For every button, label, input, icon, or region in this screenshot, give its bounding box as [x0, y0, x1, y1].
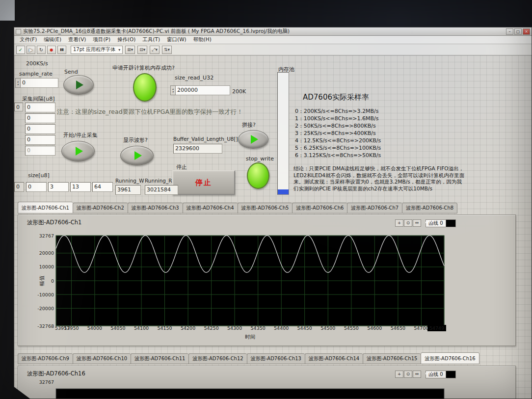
svg-text:0: 0	[51, 278, 54, 284]
check-icon[interactable]: ✓	[16, 46, 25, 54]
svg-text:54050: 54050	[110, 325, 125, 331]
increment-decrement-icon[interactable]: ▴▾	[15, 78, 21, 88]
close-button[interactable]: ×	[523, 28, 530, 35]
svg-text:54300: 54300	[227, 325, 242, 331]
minimize-button[interactable]: –	[506, 28, 513, 35]
monitor-bezel-left	[0, 27, 14, 399]
svg-text:54200: 54200	[181, 325, 195, 331]
pause-button[interactable]: ▮▮	[57, 46, 66, 54]
start-stop-button[interactable]	[61, 141, 95, 161]
align-dropdown[interactable]: ⊞▾	[125, 46, 135, 54]
size-read-value[interactable]: 200000	[176, 85, 230, 95]
show-wave-button[interactable]	[120, 146, 154, 165]
reorder-dropdown[interactable]: ⇅▾	[162, 46, 172, 54]
tab-波形图-AD7606-Ch1[interactable]: 波形图-AD7606-Ch1	[18, 202, 73, 213]
labview-window: 实验75.2-PCIe_DMA_16位8通道数据采集卡(AD7606C)-PC.…	[14, 27, 532, 399]
splice-button[interactable]	[238, 130, 268, 149]
maximize-button[interactable]: ▢	[514, 28, 522, 35]
running-w-label: Running_W	[115, 178, 144, 184]
tab-row-ch9-16: 波形图-AD7606-Ch9波形图-AD7606-Ch10波形图-AD7606-…	[18, 353, 479, 364]
vi-icon	[16, 29, 21, 34]
interval-index[interactable]: 0	[14, 103, 23, 111]
sample-rate-label: sample_rate	[19, 71, 53, 77]
menu-item[interactable]: 窗口(W)	[163, 36, 190, 44]
array-element[interactable]: 64	[92, 182, 113, 192]
mem-pool-tank	[277, 72, 289, 195]
monitor-photo: 实验75.2-PCIe_DMA_16位8通道数据采集卡(AD7606C)-PC.…	[0, 0, 532, 399]
tab-波形图-AD7606-Ch8[interactable]: 波形图-AD7606-Ch8	[402, 203, 457, 213]
rate-row: 6 : 3.125KS/s<=8Chs=>50KB/s	[295, 152, 381, 159]
tab-波形图-AD7606-Ch11[interactable]: 波形图-AD7606-Ch11	[131, 353, 188, 364]
stop-button[interactable]: 停止	[172, 170, 235, 195]
abort-button[interactable]: ●	[47, 46, 56, 54]
sample-rate-input[interactable]: ▴▾ 0	[15, 78, 58, 88]
svg-text:54000: 54000	[87, 325, 102, 331]
tab-波形图-AD7606-Ch9[interactable]: 波形图-AD7606-Ch9	[18, 353, 73, 364]
tab-波形图-AD7606-Ch2[interactable]: 波形图-AD7606-Ch2	[73, 203, 128, 213]
notice-text: 注意：这里的size_read要跟下位机FPGA里面的数字保持一致才行！	[57, 108, 243, 116]
tab-波形图-AD7606-Ch12[interactable]: 波形图-AD7606-Ch12	[188, 353, 246, 364]
array-element[interactable]: 0	[25, 146, 55, 156]
window-title: 实验75.2-PCIe_DMA_16位8通道数据采集卡(AD7606C)-PC.…	[23, 28, 506, 35]
send-button[interactable]	[63, 75, 94, 95]
size-read-input[interactable]: ▴▾ 200000	[170, 85, 230, 95]
tab-波形图-AD7606-Ch7[interactable]: 波形图-AD7606-Ch7	[347, 203, 402, 213]
size-read-unit-hint: 200K	[232, 88, 246, 95]
svg-text:54700: 54700	[414, 325, 428, 331]
arrow-right-icon	[134, 151, 142, 160]
tab-波形图-AD7606-Ch16[interactable]: 波形图-AD7606-Ch16	[421, 352, 479, 364]
tab-波形图-AD7606-Ch5[interactable]: 波形图-AD7606-Ch5	[238, 203, 293, 213]
array-element[interactable]: 0	[25, 135, 55, 145]
font-selector[interactable]: 17pt 应用程序字体 ▾	[71, 46, 123, 54]
tab-波形图-AD7606-Ch15[interactable]: 波形图-AD7606-Ch15	[363, 353, 421, 364]
tab-波形图-AD7606-Ch14[interactable]: 波形图-AD7606-Ch14	[305, 353, 363, 364]
rate-row: 3 : 25KS/s<=8Chs=>400KB/s	[295, 130, 381, 137]
svg-text:54550: 54550	[344, 325, 359, 331]
menu-item[interactable]: 查看(V)	[65, 36, 89, 44]
array-element[interactable]: 0	[25, 113, 55, 123]
svg-text:54450: 54450	[297, 325, 312, 331]
array-element[interactable]: 0	[25, 124, 55, 134]
svg-text:54350: 54350	[251, 325, 266, 331]
splice-label: 拼接?	[242, 121, 256, 129]
array-element[interactable]: 3	[48, 182, 69, 192]
sample-rate-value[interactable]: 0	[21, 78, 58, 88]
run-continuous-button[interactable]: ↻	[37, 46, 46, 54]
sample-rate-hint: 200KS/s	[26, 60, 48, 67]
svg-text:54500: 54500	[320, 325, 335, 331]
tab-波形图-AD7606-Ch10[interactable]: 波形图-AD7606-Ch10	[73, 353, 131, 364]
array-element[interactable]: 13	[70, 182, 91, 192]
waveform-plot-ch16[interactable]: 32767	[18, 366, 516, 399]
size-index[interactable]: 0	[14, 182, 24, 192]
tab-波形图-AD7606-Ch3[interactable]: 波形图-AD7606-Ch3	[128, 203, 183, 213]
buffer-valid-label: Buffer_Valid_Length_U8[]	[173, 136, 238, 142]
tab-波形图-AD7606-Ch6[interactable]: 波形图-AD7606-Ch6	[292, 203, 347, 213]
increment-decrement-icon[interactable]: ▴▾	[170, 85, 176, 95]
menu-item[interactable]: 编辑(E)	[40, 36, 65, 44]
tab-row-ch1-8: 波形图-AD7606-Ch1波形图-AD7606-Ch2波形图-AD7606-C…	[18, 203, 457, 213]
mem-alloc-led-label: 申请开辟计算机内存成功?	[112, 64, 175, 72]
waveform-plot-ch1[interactable]: 3276720000100000-10000-20000-32768539175…	[18, 215, 516, 346]
tab-波形图-AD7606-Ch4[interactable]: 波形图-AD7606-Ch4	[183, 203, 238, 213]
array-element[interactable]: 0	[25, 103, 55, 112]
menu-item[interactable]: 操作(O)	[114, 36, 139, 44]
mem-pool-fill	[278, 189, 289, 194]
svg-text:54600: 54600	[367, 325, 382, 331]
menu-item[interactable]: 文件(F)	[16, 36, 40, 44]
run-button[interactable]: ▶	[27, 46, 35, 54]
resize-dropdown[interactable]: ⤢▾	[150, 46, 160, 54]
svg-text:-32768: -32768	[37, 323, 54, 329]
menu-item[interactable]: 工具(T)	[139, 36, 163, 44]
menu-item[interactable]: 项目(P)	[89, 36, 114, 44]
tab-波形图-AD7606-Ch13[interactable]: 波形图-AD7606-Ch13	[247, 353, 305, 364]
array-element[interactable]: 0	[26, 182, 47, 192]
size-array-label: size[u8]	[28, 172, 50, 179]
glare-reflection	[0, 0, 15, 21]
menu-item[interactable]: 帮助(H)	[190, 36, 215, 44]
chevron-down-icon: ▾	[118, 48, 120, 52]
front-panel: 200KS/s sample_rate ▴▾ 0 采集间隔[u8] 0 0000…	[14, 55, 532, 399]
svg-text:54150: 54150	[157, 325, 172, 331]
distribute-dropdown[interactable]: ⊟▾	[137, 46, 147, 54]
waveform-chart-ch16: 波形图-AD7606-Ch16 + ⊙ ⇔ 曲线 0 32767	[18, 366, 516, 399]
rate-row: 5 : 6.25KS/s<=8Chs=>100KB/s	[295, 144, 381, 152]
